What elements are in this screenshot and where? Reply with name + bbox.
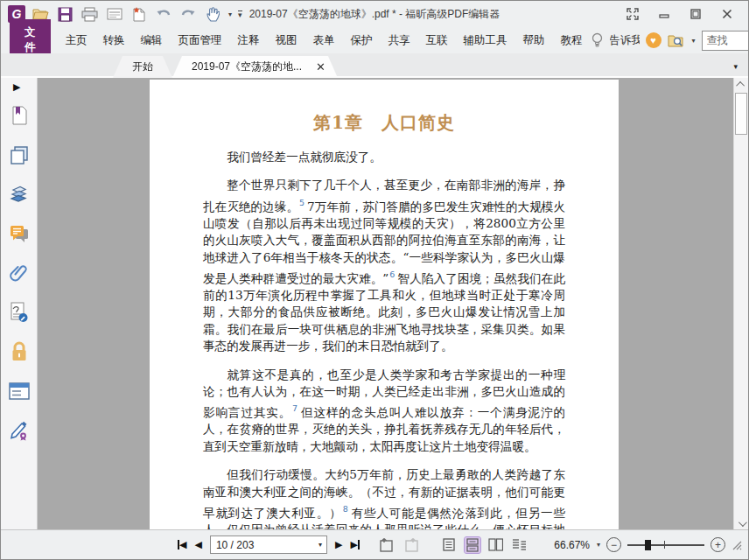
footnote-reference[interactable]: 8 <box>343 504 348 514</box>
footnote-reference[interactable]: 6 <box>389 270 395 279</box>
tab-document[interactable]: 2019-07《空荡荡的地... ✕ <box>172 56 338 78</box>
tab-close-icon[interactable]: ✕ <box>316 60 326 74</box>
first-page-button[interactable]: ◀ <box>178 539 186 550</box>
zoom-in-button[interactable]: + <box>710 537 725 552</box>
vertical-scrollbar[interactable] <box>733 78 748 530</box>
page-paragraphs: 我们曾经差一点就彻底没了。整个世界只剩下了几千个人，甚至更少，在南部非洲的海岸，… <box>203 149 565 530</box>
menu-item-教程[interactable]: 教程 <box>553 33 591 48</box>
paperclip-icon <box>10 263 29 283</box>
single-page-view-button[interactable] <box>441 537 457 553</box>
menu-item-共享[interactable]: 共享 <box>381 33 418 48</box>
menu-item-注释[interactable]: 注释 <box>230 33 268 48</box>
menu-item-保护[interactable]: 保护 <box>343 33 381 48</box>
next-page-button[interactable]: ▶ <box>335 539 342 550</box>
scrollbar-thumb[interactable] <box>735 93 747 135</box>
zoom-slider-tick <box>664 541 665 549</box>
paragraph: 我们曾经差一点就彻底没了。 <box>203 149 565 165</box>
digital-signatures-panel-button[interactable] <box>9 302 30 323</box>
next-view-button[interactable] <box>402 537 420 553</box>
tell-me-label[interactable]: 告诉我 <box>610 33 640 48</box>
heart-feedback-icon[interactable]: ♥ <box>646 32 662 48</box>
email-button[interactable] <box>105 5 123 24</box>
undo-button[interactable] <box>154 5 172 24</box>
digital-signature-icon <box>10 302 29 323</box>
save-button[interactable] <box>56 5 74 24</box>
expand-corners-icon <box>626 8 639 20</box>
title-bar: G <box>1 1 748 27</box>
create-pdf-button[interactable] <box>130 5 148 24</box>
zoom-slider-thumb[interactable] <box>645 540 651 550</box>
layers-icon <box>9 186 30 203</box>
sign-panel-button[interactable] <box>9 420 30 441</box>
menu-items: 主页转换编辑页面管理注释视图表单保护共享互联辅助工具帮助教程 <box>58 33 591 48</box>
tab-document-label: 2019-07《空荡荡的地... <box>192 60 302 74</box>
menu-item-表单[interactable]: 表单 <box>305 33 343 48</box>
hand-tool-dropdown[interactable]: ▾ <box>228 10 232 18</box>
search-input[interactable]: 查找 <box>702 31 749 51</box>
pdf-page: 第1章 人口简史 我们曾经差一点就彻底没了。整个世界只剩下了几千个人，甚至更少，… <box>150 80 619 530</box>
redo-icon <box>180 7 196 21</box>
layout-toggle-button[interactable] <box>617 3 648 25</box>
pages-panel-button[interactable] <box>9 144 30 165</box>
window-controls <box>617 3 743 25</box>
document-canvas[interactable]: 第1章 人口简史 我们曾经差一点就彻底没了。整个世界只剩下了几千个人，甚至更少，… <box>38 78 733 530</box>
maximize-button[interactable] <box>680 3 711 25</box>
hand-tool-button[interactable] <box>203 5 221 24</box>
form-fields-panel-button[interactable] <box>9 381 30 402</box>
footnote-reference[interactable]: 7 <box>292 403 298 413</box>
last-page-button[interactable]: ▶ <box>350 539 359 550</box>
save-icon <box>58 7 73 22</box>
zoom-level-value: 66.67% <box>554 539 590 551</box>
paragraph: 整个世界只剩下了几千个人，甚至更少，在南部非洲的海岸，挣扎在灭绝的边缘。57万年… <box>203 177 565 354</box>
expand-panel-icon[interactable]: ▶ <box>13 81 20 93</box>
pages-icon <box>10 145 29 164</box>
zoom-out-button[interactable]: − <box>606 537 621 552</box>
previous-view-button[interactable] <box>377 537 395 553</box>
new-document-star-icon <box>131 6 146 22</box>
lock-icon <box>10 341 28 362</box>
menu-item-帮助[interactable]: 帮助 <box>515 33 553 48</box>
menu-right-controls: 告诉我 ♥ ▾ 查找 <box>591 29 749 52</box>
previous-page-button[interactable]: ◀ <box>194 539 201 550</box>
window-title: 2019-07《空荡荡的地球》.pdf * - 福昕高级PDF编辑器 <box>249 7 500 22</box>
bookmarks-panel-button[interactable] <box>9 105 30 126</box>
minimize-button[interactable] <box>648 3 680 25</box>
zoom-slider-track <box>627 544 704 546</box>
navigation-panel: ▶ <box>1 78 38 530</box>
close-button[interactable] <box>711 3 743 25</box>
attachments-panel-button[interactable] <box>9 262 30 284</box>
menu-item-辅助工具[interactable]: 辅助工具 <box>456 33 515 48</box>
folder-search-icon[interactable] <box>668 33 685 48</box>
continuous-facing-view-button[interactable] <box>512 537 528 553</box>
menu-item-互联[interactable]: 互联 <box>418 33 456 48</box>
comments-panel-button[interactable] <box>9 223 30 244</box>
hand-tool-icon <box>206 7 220 22</box>
continuous-view-button[interactable] <box>465 537 480 553</box>
scroll-up-button[interactable] <box>734 78 748 91</box>
print-button[interactable] <box>80 5 99 24</box>
folder-search-dropdown[interactable]: ▾ <box>692 37 696 45</box>
menu-item-主页[interactable]: 主页 <box>58 33 95 48</box>
facing-view-button[interactable] <box>488 537 504 553</box>
redo-button[interactable] <box>178 5 197 24</box>
tab-start[interactable]: 开始 <box>113 56 172 78</box>
menu-item-编辑[interactable]: 编辑 <box>133 33 171 48</box>
security-panel-button[interactable] <box>9 341 30 362</box>
zoom-slider[interactable] <box>627 539 704 551</box>
customize-quick-access-button[interactable]: ▾ <box>238 10 242 18</box>
zoom-controls: 66.67% ▾ − + <box>554 537 748 552</box>
layers-panel-button[interactable] <box>9 184 30 205</box>
footnote-reference[interactable]: 5 <box>299 198 304 207</box>
menu-item-页面管理[interactable]: 页面管理 <box>171 33 230 48</box>
page-number-field[interactable]: 10 / 203 ▾ <box>210 536 327 554</box>
menu-item-视图[interactable]: 视图 <box>268 33 305 48</box>
tab-overflow-dropdown[interactable]: ▾ <box>733 62 738 71</box>
scroll-down-button[interactable] <box>734 517 748 530</box>
document-tab-bar: 开始 2019-07《空荡荡的地... ✕ ▾ <box>1 53 748 78</box>
lightbulb-icon[interactable] <box>591 32 604 48</box>
resize-grip-icon[interactable] <box>732 540 742 550</box>
zoom-dropdown[interactable]: ▾ <box>597 541 600 549</box>
menu-item-转换[interactable]: 转换 <box>95 33 133 48</box>
page-combo-dropdown[interactable]: ▾ <box>318 541 326 549</box>
page-navigation: ◀ ◀ 10 / 203 ▾ ▶ ▶ <box>1 536 528 554</box>
